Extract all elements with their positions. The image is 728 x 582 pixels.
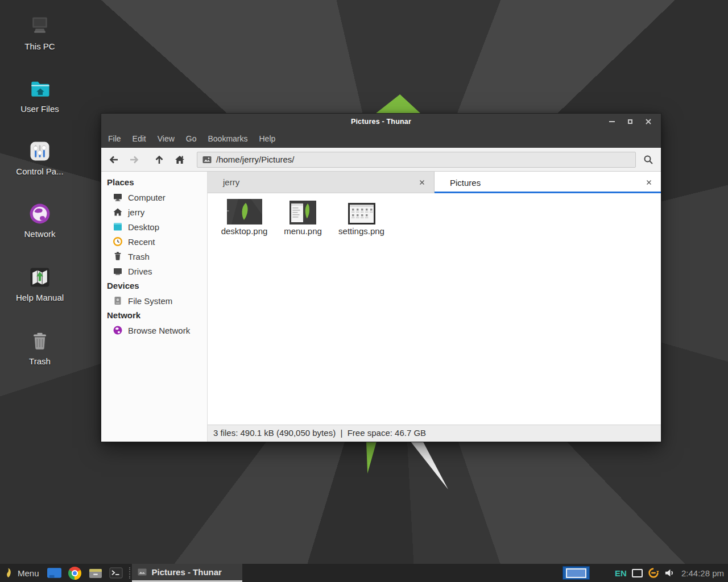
file-name: settings.png [338,226,384,236]
minimize-button[interactable] [603,114,621,130]
tab-close-button[interactable] [417,178,427,187]
maximize-button[interactable] [621,114,639,130]
menu-go[interactable]: Go [180,130,202,148]
desktop: This PC User Files Control Pa... Network… [0,0,728,582]
home-icon [113,207,123,217]
sidebar: Places Computer jerry Desktop Recent [101,172,208,442]
task-button-label: Pictures - Thunar [152,567,222,577]
maximize-icon [628,119,632,124]
close-icon [645,118,652,125]
launcher-terminal[interactable] [109,566,123,580]
sidebar-item-computer[interactable]: Computer [101,190,207,205]
menu-logo-icon [4,567,13,579]
sidebar-item-label: Computer [128,193,166,202]
desktop-icon [113,222,123,232]
display-tray-icon[interactable] [632,569,643,577]
up-button[interactable] [150,151,168,169]
sidebar-item-file-system[interactable]: File System [101,293,207,308]
file-pane: jerry Pictures [208,172,661,442]
home-icon [174,154,185,165]
desktop-icon-network[interactable]: Network [6,201,74,239]
search-button[interactable] [638,150,659,169]
desktop-icon-control-panel[interactable]: Control Pa... [6,139,74,176]
image-folder-icon [202,156,212,164]
desktop-icon-trash[interactable]: Trash [6,329,74,366]
window-titlebar[interactable]: Pictures - Thunar [101,114,661,130]
menu-edit[interactable]: Edit [127,130,152,148]
keyboard-layout-indicator[interactable]: EN [615,568,627,578]
trash-icon [27,329,52,354]
sidebar-item-label: Trash [128,252,150,261]
sidebar-item-desktop[interactable]: Desktop [101,219,207,234]
home-folder-icon [27,76,52,101]
computer-icon [113,192,123,202]
image-thumbnail [289,197,316,225]
window-title: Pictures - Thunar [351,118,411,126]
clock[interactable]: 2:44:28 pm [680,568,724,578]
menu-view[interactable]: View [152,130,180,148]
sidebar-item-drives[interactable]: Drives [101,264,207,278]
sidebar-item-trash[interactable]: Trash [101,249,207,264]
system-tray: EN 2:44:28 pm [615,567,728,579]
file-menu-png[interactable]: menu.png [274,197,332,236]
sidebar-item-label: Desktop [128,222,159,232]
tab-jerry[interactable]: jerry [208,172,435,193]
wallpaper-logo-top-triangle [375,94,421,114]
file-name: menu.png [284,226,322,236]
sidebar-item-jerry[interactable]: jerry [101,205,207,219]
desktop-icon-label: Trash [6,356,74,366]
close-icon [419,180,425,185]
desktop-icon-user-files[interactable]: User Files [6,76,74,114]
launcher-file-manager[interactable] [88,566,103,580]
desktop-icon-help-manual[interactable]: Help Manual [6,265,74,302]
menu-help[interactable]: Help [254,130,282,148]
trash-icon [113,251,123,261]
file-list[interactable]: desktop.png menu.png settings.png [208,193,661,425]
taskbar: Menu Pictures - Thunar EN [0,564,728,582]
desktop-icon-label: Control Pa... [6,167,74,176]
desktop-icon-label: Network [6,229,74,239]
forward-button[interactable] [125,151,143,169]
update-manager-icon[interactable] [648,567,659,579]
tab-close-button[interactable] [644,178,653,187]
workspace-switcher[interactable] [562,566,590,580]
browse-network-globe-icon [113,325,123,335]
sidebar-header-places: Places [101,175,207,190]
desktop-icon-this-pc[interactable]: This PC [6,14,74,51]
file-settings-png[interactable]: settings.png [332,197,391,236]
location-bar[interactable]: /home/jerry/Pictures/ [197,152,636,168]
volume-icon[interactable] [664,568,675,577]
sidebar-item-browse-network[interactable]: Browse Network [101,323,207,338]
home-button[interactable] [171,151,189,169]
network-globe-icon [27,201,52,226]
sidebar-header-network: Network [101,308,207,323]
sidebar-item-label: Drives [128,267,152,276]
location-path: /home/jerry/Pictures/ [216,155,295,164]
file-name: desktop.png [221,226,268,236]
menubar: File Edit View Go Bookmarks Help [101,130,661,148]
sidebar-item-recent[interactable]: Recent [101,234,207,249]
launcher-blue-window[interactable] [47,566,62,580]
up-arrow-icon [154,154,165,165]
back-button[interactable] [105,151,123,169]
window-body: Places Computer jerry Desktop Recent [101,172,661,442]
menu-file[interactable]: File [102,130,127,148]
recent-clock-icon [113,236,123,247]
search-icon [643,154,654,165]
drives-icon [113,266,123,276]
task-button-thunar[interactable]: Pictures - Thunar [132,564,242,582]
minimize-icon [609,121,615,122]
close-button[interactable] [639,114,657,130]
chrome-icon [68,567,81,580]
desktop-icon-label: This PC [6,41,74,51]
launcher-chrome[interactable] [68,566,82,580]
close-icon [646,180,652,185]
wallpaper-white-ray [411,442,449,489]
menu-button[interactable]: Menu [0,564,44,582]
menu-bookmarks[interactable]: Bookmarks [202,130,253,148]
filesystem-drive-icon [113,296,123,306]
file-desktop-png[interactable]: desktop.png [215,197,274,236]
desktop-icon-label: Help Manual [6,293,74,302]
tab-pictures[interactable]: Pictures [435,172,661,193]
status-bar: 3 files: 490.1 kB (490,050 bytes) | Free… [208,425,661,442]
